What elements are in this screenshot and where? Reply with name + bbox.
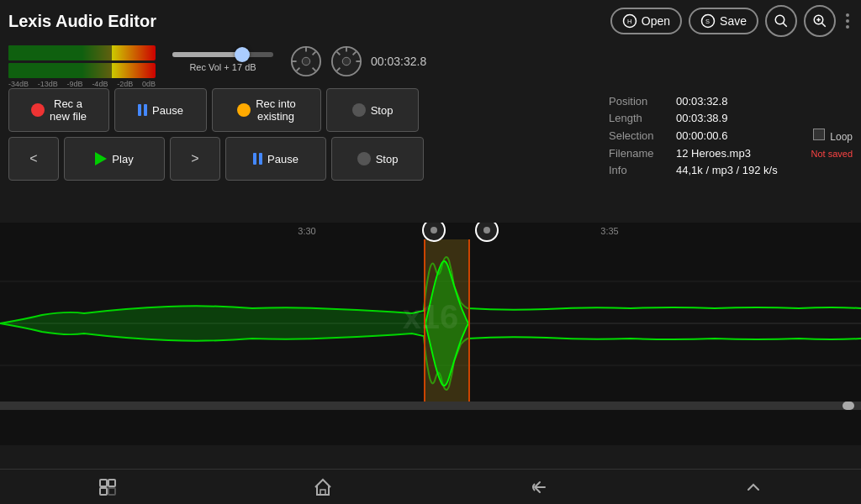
more-menu[interactable]: [843, 10, 853, 32]
position-value: 00:03:32.8: [676, 95, 853, 108]
time-marker-330: 3:30: [298, 226, 315, 236]
loop-check-box[interactable]: [813, 129, 825, 140]
reel-left: [290, 45, 322, 77]
svg-line-5: [783, 23, 787, 27]
svg-point-18: [342, 57, 351, 66]
info-value: 44,1k / mp3 / 192 k/s: [676, 164, 853, 176]
pause-icon-2: [253, 153, 262, 165]
save-label: Save: [720, 14, 747, 28]
prev-icon: <: [29, 151, 37, 166]
stop-icon-1: [352, 103, 366, 117]
svg-line-7: [821, 23, 826, 27]
header: Lexis Audio Editor H Open S Save: [0, 0, 861, 42]
selection-row: Selection 00:00:00.6 Loop: [609, 129, 853, 143]
recent-apps-icon: [98, 477, 118, 497]
playhead-end-inner: [483, 227, 490, 234]
vol-thumb[interactable]: [235, 47, 250, 62]
svg-text:S: S: [705, 18, 710, 25]
pause-icon-1: [138, 104, 147, 116]
rec-dot-icon: [31, 103, 45, 117]
vol-slider[interactable]: [172, 52, 273, 57]
next-button[interactable]: >: [170, 137, 220, 181]
length-row: Length 00:03:38.9: [609, 112, 853, 124]
stop-label-2: Stop: [376, 153, 399, 165]
play-icon: [95, 152, 107, 165]
save-icon: S: [700, 13, 716, 29]
search-icon: [774, 13, 789, 29]
waveform-bg: 3:30 3:35: [0, 223, 861, 407]
rec-existing-dot: [237, 103, 251, 117]
info-label: Info: [609, 164, 676, 176]
length-value: 00:03:38.9: [676, 112, 853, 124]
vol-label: Rec Vol + 17 dB: [189, 62, 256, 72]
zoom-button[interactable]: [804, 5, 836, 37]
save-button[interactable]: S Save: [689, 8, 758, 34]
loop-label: Loop: [830, 131, 853, 143]
scrollbar-thumb[interactable]: [843, 402, 854, 410]
selection-waveform: [425, 239, 468, 407]
rec-existing-button[interactable]: Rec into existing: [212, 88, 321, 132]
header-actions: H Open S Save: [610, 5, 853, 37]
open-button[interactable]: H Open: [610, 8, 682, 34]
selection-region[interactable]: [424, 239, 470, 407]
play-label: Play: [112, 153, 133, 165]
pause-button-1[interactable]: Pause: [114, 88, 207, 132]
vol-fill: [172, 52, 238, 57]
loop-checkbox: Loop: [813, 129, 853, 143]
vu-bar: [8, 45, 156, 60]
rec-new-file-button[interactable]: Rec a new file: [8, 88, 109, 132]
svg-text:H: H: [627, 18, 631, 25]
nav-back[interactable]: [517, 471, 559, 503]
selection-label: Selection: [609, 129, 676, 142]
waveform-container[interactable]: 3:30 3:35: [0, 223, 861, 445]
not-saved-badge: Not saved: [811, 149, 853, 159]
stop-button-1[interactable]: Stop: [326, 88, 419, 132]
scrollbar[interactable]: [0, 402, 861, 410]
rec-existing-label: Rec into existing: [256, 97, 296, 123]
vu-meter: -34dB -13dB -9dB -4dB -2dB 0dB: [8, 45, 156, 88]
svg-rect-28: [108, 480, 115, 486]
open-label: Open: [642, 14, 670, 28]
bottom-nav: [0, 469, 861, 504]
reel-right: [330, 45, 362, 77]
vol-control: Rec Vol + 17 dB: [172, 45, 273, 72]
search-button[interactable]: [765, 5, 797, 37]
nav-home[interactable]: [302, 471, 344, 503]
playhead-end[interactable]: [475, 223, 499, 242]
info-row: Info 44,1k / mp3 / 192 k/s: [609, 164, 853, 176]
buttons-row2: < Play > Pause Sto: [8, 137, 592, 181]
vu-bar-2: [8, 63, 156, 78]
reel-container: 00:03:32.8: [290, 45, 426, 77]
pause-label-1: Pause: [152, 104, 183, 117]
stop-label-1: Stop: [371, 104, 394, 117]
playhead-start[interactable]: [422, 223, 446, 242]
svg-rect-27: [100, 480, 107, 486]
nav-recent-apps[interactable]: [87, 471, 129, 503]
up-icon: [743, 477, 763, 497]
stop-icon-2: [357, 152, 371, 165]
zoom-icon: [812, 13, 827, 29]
selection-value: 00:00:00.6: [676, 129, 808, 142]
pause-button-2[interactable]: Pause: [225, 137, 326, 181]
filename-value: 12 Heroes.mp3: [676, 147, 806, 160]
back-icon: [528, 477, 548, 497]
filename-label: Filename: [609, 147, 676, 160]
pause-label-2: Pause: [267, 153, 298, 165]
buttons-row1: Rec a new file Pause Rec into existing S…: [8, 88, 592, 132]
next-icon: >: [191, 151, 198, 166]
svg-point-11: [302, 57, 310, 66]
buttons-panel: Rec a new file Pause Rec into existing S…: [0, 88, 600, 186]
playhead-markers: [422, 223, 499, 242]
rec-label: Rec a new file: [50, 97, 87, 123]
time-display: 00:03:32.8: [371, 55, 426, 68]
position-label: Position: [609, 95, 676, 108]
length-label: Length: [609, 112, 676, 124]
play-button[interactable]: Play: [64, 137, 165, 181]
stop-button-2[interactable]: Stop: [331, 137, 424, 181]
nav-up[interactable]: [732, 471, 774, 503]
playhead-start-inner: [430, 227, 437, 234]
app-title: Lexis Audio Editor: [8, 12, 156, 31]
prev-button[interactable]: <: [8, 137, 59, 181]
open-icon: H: [622, 13, 637, 29]
controls-area: -34dB -13dB -9dB -4dB -2dB 0dB Rec Vol +…: [0, 42, 861, 88]
